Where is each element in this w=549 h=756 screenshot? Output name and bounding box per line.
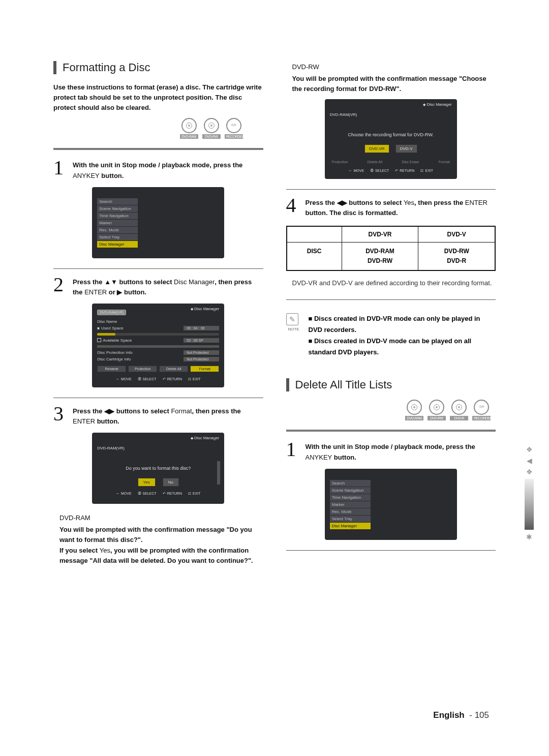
step-4: 4 Press the ◀▶ buttons to select Yes, th… <box>286 197 496 218</box>
dvd-ram-text: You will be prompted with the confirmati… <box>59 525 263 566</box>
no-button: No <box>163 478 179 487</box>
step-text: With the unit in Stop mode / playback mo… <box>73 159 263 180</box>
dvd-vr-button: DVD-VR <box>364 144 389 153</box>
supported-disc-icons: DVD-RAM DVD-RW ᴳᴿRECORDER <box>53 118 263 139</box>
menu-list: Search Scene Navigation Time Navigation … <box>330 480 371 529</box>
value: Not Protected <box>184 350 219 355</box>
dvd-ram-icon: DVD-RAM <box>180 118 198 139</box>
panel-header: Disc Manager <box>423 102 451 107</box>
note-box: ✎ NOTE ■ Discs created in DVD-VR mode ca… <box>286 313 496 358</box>
section-heading-formatting: Formatting a Disc <box>53 61 263 74</box>
dvd-ram-heading: DVD-RAM <box>59 514 263 522</box>
nav-bar: MOVE SELECT RETURN EXIT <box>330 169 452 173</box>
nav-select: SELECT <box>370 169 389 173</box>
step-text: Press the ▲▼ buttons to select Disc Mana… <box>73 276 263 297</box>
divider <box>53 398 263 398</box>
side-decoration: ❖ ◀ ❖ ✱ <box>525 442 534 544</box>
nav-return: RETURN <box>163 377 182 381</box>
menu-item: Select Tray <box>97 234 138 240</box>
section-heading-delete: Delete All Title Lists <box>286 378 496 391</box>
disc-badge: DVD-RAM(VR) <box>330 112 452 117</box>
menu-list: Search Scene Navigation Time Navigation … <box>97 198 138 248</box>
step-3: 3 Press the ◀▶ buttons to select Format,… <box>53 405 263 427</box>
format-button: Format <box>190 366 219 372</box>
step-text: Press the ◀▶ buttons to select Format, t… <box>73 405 263 427</box>
nav-exit: EXIT <box>188 492 201 496</box>
anykey-menu-screenshot: Search Scene Navigation Time Navigation … <box>325 469 457 540</box>
value: 00 : 04 : 30 <box>184 326 219 330</box>
section-title: Delete All Title Lists <box>295 378 392 391</box>
label: ■Used Space <box>97 326 123 330</box>
dvd-r-icon: DVD-R <box>450 400 468 420</box>
step-1: 1 With the unit in Stop mode / playback … <box>53 159 263 180</box>
menu-item: Marker <box>97 220 138 226</box>
disc-badge: DVD-RAM(VR) <box>97 446 219 450</box>
label: Disc Name <box>97 319 117 324</box>
dvd-v-button: DVD-V <box>395 144 417 153</box>
rename-button: Rename <box>97 366 126 372</box>
table-row-label: DISC <box>287 243 342 270</box>
menu-item: Scene Navigation <box>330 487 371 494</box>
section-bar <box>53 61 56 74</box>
button-row: Rename Protection Delete All Format <box>97 366 219 372</box>
panel-header: Disc Manager <box>191 307 219 311</box>
note-icon: ✎ NOTE <box>286 313 301 358</box>
menu-item: Scene Navigation <box>97 205 138 212</box>
step-2: 2 Press the ▲▼ buttons to select Disc Ma… <box>53 276 263 297</box>
menu-item-active: Disc Manager <box>330 523 371 529</box>
menu-item: Select Tray <box>330 516 371 522</box>
recorder-icon: ᴳᴿRECORDER <box>225 118 243 139</box>
nav-move: MOVE <box>116 492 132 496</box>
side-indicator <box>217 461 220 485</box>
nav-return: RETURN <box>163 492 182 496</box>
menu-item: Search <box>97 198 138 205</box>
step-number: 4 <box>286 197 300 214</box>
table-header: DVD-V <box>418 227 495 242</box>
yes-no-row: Yes No <box>97 478 219 487</box>
page-footer: English - 105 <box>433 710 489 720</box>
table-cell: DVD-RWDVD-R <box>418 243 495 270</box>
format-row: DVD-VR DVD-V <box>330 144 452 153</box>
divider <box>286 299 496 300</box>
anykey-menu-screenshot: Search Scene Navigation Time Navigation … <box>92 187 224 258</box>
divider <box>286 430 496 432</box>
table-caption: DVD-VR and DVD-V are defined according t… <box>292 278 496 288</box>
label: Disc Protection Info <box>97 350 132 355</box>
supported-disc-icons: DVD-RAM DVD-RW DVD-R ᴳᴿRECORDER <box>286 400 496 420</box>
yes-button: Yes <box>138 478 156 487</box>
menu-item-active: Disc Manager <box>97 241 138 248</box>
protection-button: Protection <box>128 366 157 372</box>
delete-all-button: Delete All <box>159 366 188 372</box>
format-table: DVD-VR DVD-V DISC DVD-RAMDVD-RW DVD-RWDV… <box>286 226 496 271</box>
divider <box>53 268 263 269</box>
nav-select: SELECT <box>138 492 157 496</box>
menu-item: Rec. Mode <box>97 227 138 233</box>
menu-item: Time Navigation <box>330 494 371 501</box>
recorder-icon: ᴳᴿRECORDER <box>472 400 491 420</box>
dvd-ram-icon: DVD-RAM <box>405 400 423 420</box>
value: Not Protected <box>184 357 219 361</box>
dvd-rw-text: You will be prompted with the confirmati… <box>292 74 496 94</box>
format-choice-screenshot: Disc Manager DVD-RAM(VR) Choose the reco… <box>325 99 457 179</box>
section-title: Formatting a Disc <box>63 61 150 74</box>
step-number: 1 <box>286 441 300 458</box>
divider <box>53 148 263 150</box>
section-bar <box>286 378 289 391</box>
intro-text: Use these instructions to format (erase)… <box>53 82 263 113</box>
used-bar <box>97 333 219 336</box>
menu-item: Rec. Mode <box>330 508 371 515</box>
label: Disc Cartridge Info <box>97 357 131 361</box>
disc-badge: DVD-RAM(VR) <box>97 310 126 315</box>
menu-item: Search <box>330 480 371 487</box>
menu-item: Marker <box>330 501 371 508</box>
format-prompt-screenshot: Disc Manager DVD-RAM(VR) Do you want to … <box>92 433 224 504</box>
prompt-text: Choose the recording format for DVD-RW. <box>330 132 452 137</box>
step-1-delete: 1 With the unit in Stop mode / playback … <box>286 441 496 462</box>
divider <box>286 189 496 190</box>
nav-move: MOVE <box>116 377 132 381</box>
nav-exit: EXIT <box>188 377 201 381</box>
step-number: 3 <box>53 405 68 422</box>
divider <box>286 550 496 551</box>
note-text: ■ Discs created in DVD-VR mode can only … <box>309 313 496 358</box>
nav-bar: MOVE SELECT RETURN EXIT <box>97 377 219 381</box>
